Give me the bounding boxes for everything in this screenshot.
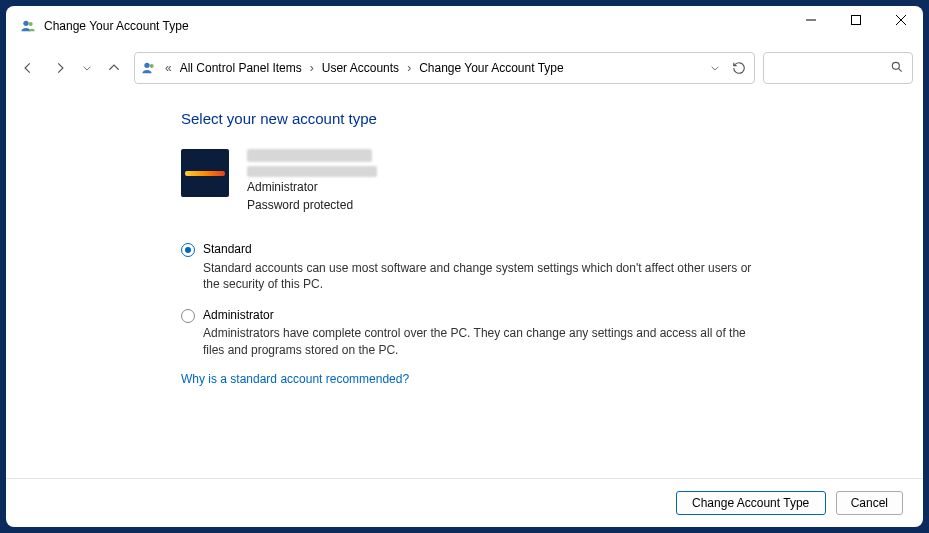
svg-rect-3 [851,16,860,25]
cancel-button[interactable]: Cancel [836,491,903,515]
window-title: Change Your Account Type [44,19,189,33]
account-type-options: Standard Standard accounts can use most … [181,241,766,357]
svg-point-6 [144,63,149,68]
window: Change Your Account Type [6,6,923,527]
change-account-type-button[interactable]: Change Account Type [676,491,826,515]
chevron-left-double-icon: « [165,61,172,75]
forward-button[interactable] [48,56,72,80]
titlebar: Change Your Account Type [6,6,923,46]
breadcrumb-item[interactable]: User Accounts [322,61,399,75]
breadcrumb-item[interactable]: Change Your Account Type [419,61,564,75]
history-dropdown[interactable] [706,59,724,77]
svg-point-0 [23,21,28,26]
option-label: Standard [203,241,766,258]
svg-line-9 [898,68,901,71]
account-summary: Administrator Password protected [181,149,923,213]
close-button[interactable] [878,6,923,34]
footer: Change Account Type Cancel [6,478,923,527]
option-standard[interactable]: Standard Standard accounts can use most … [181,241,766,292]
chevron-right-icon: › [310,61,314,75]
svg-point-7 [150,64,154,68]
account-name-redacted [247,149,372,162]
account-role: Administrator [247,179,377,195]
option-administrator[interactable]: Administrator Administrators have comple… [181,307,766,358]
svg-point-1 [29,22,33,26]
up-button[interactable] [102,56,126,80]
option-description: Standard accounts can use most software … [203,260,766,292]
account-email-redacted [247,166,377,177]
breadcrumb-item[interactable]: All Control Panel Items [180,61,302,75]
account-status: Password protected [247,197,377,213]
recent-dropdown[interactable] [80,56,94,80]
minimize-button[interactable] [788,6,833,34]
toolbar: « All Control Panel Items › User Account… [6,46,923,90]
help-link[interactable]: Why is a standard account recommended? [181,372,923,386]
option-description: Administrators have complete control ove… [203,325,766,357]
page-heading: Select your new account type [181,110,923,127]
users-icon [141,60,157,76]
option-label: Administrator [203,307,766,324]
window-controls [788,6,923,46]
search-input[interactable] [763,52,913,84]
content-area: Select your new account type Administrat… [6,90,923,478]
search-icon [890,60,904,77]
radio-unselected-icon [181,309,195,323]
radio-selected-icon [181,243,195,257]
address-bar[interactable]: « All Control Panel Items › User Account… [134,52,755,84]
back-button[interactable] [16,56,40,80]
avatar [181,149,229,197]
chevron-right-icon: › [407,61,411,75]
users-icon [20,18,36,34]
maximize-button[interactable] [833,6,878,34]
refresh-button[interactable] [730,59,748,77]
svg-point-8 [892,62,899,69]
